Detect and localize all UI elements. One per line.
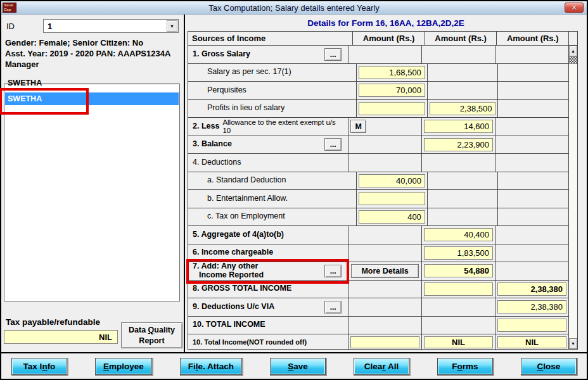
- amount-cell: [495, 118, 568, 136]
- amount-cell: 14,600: [422, 118, 495, 136]
- amount-cell: [495, 226, 568, 244]
- amount-cell: [422, 154, 495, 172]
- file-attach-button[interactable]: File. Attach: [180, 358, 242, 375]
- scroll-down-icon[interactable]: ▼: [569, 338, 577, 349]
- window-title: Tax Computation; Salary details entered …: [1, 3, 587, 13]
- more-options-button[interactable]: ...: [324, 265, 342, 277]
- amount-field[interactable]: 54,880: [424, 264, 493, 277]
- row-label-line1: 10. Total Income(NOT rounded off): [193, 338, 307, 346]
- amount-field[interactable]: [359, 192, 425, 205]
- amount-cell: [498, 100, 568, 118]
- tax-payable-field[interactable]: NIL: [4, 330, 118, 344]
- table-row: 10. TOTAL INCOME: [188, 317, 568, 335]
- table-row: 6. Income chargeable1,83,500: [188, 244, 568, 263]
- manual-allowance-button[interactable]: M: [350, 120, 366, 133]
- row-label-cell: 4. Deductions: [188, 154, 348, 172]
- row-label-cell: 7. Add: Any otherIncome Reported...: [188, 262, 348, 280]
- amount-cell: 1,68,500: [357, 64, 428, 82]
- amount-cell: [428, 64, 499, 82]
- row-label: Profits in lieu of salary: [207, 104, 284, 113]
- close-button[interactable]: ✕: [565, 3, 584, 13]
- amount-field[interactable]: 2,38,380: [497, 300, 566, 314]
- amount-cell: [498, 190, 568, 208]
- amount-cell: [428, 172, 499, 190]
- id-row: ID 1 ▼: [6, 19, 179, 33]
- row-label: 10. TOTAL INCOME: [193, 320, 265, 329]
- amount-field[interactable]: 1,68,500: [359, 66, 425, 79]
- amount-cell: 1,83,500: [422, 244, 495, 262]
- amount-field[interactable]: 2,23,900: [424, 138, 493, 151]
- row-label-cell: 10. Total Income(NOT rounded off): [188, 334, 348, 350]
- amount-field[interactable]: NIL: [497, 336, 566, 348]
- employee-panel: ID 1 ▼ Gender: Female; Senior Citizen: N…: [1, 15, 185, 352]
- id-label: ID: [6, 22, 43, 31]
- dq-label-key: Q: [148, 326, 155, 334]
- title-bar: Saral Cap Tax Computation; Salary detail…: [1, 1, 587, 15]
- employee-listbox[interactable]: SWETHA SWETHA: [4, 84, 180, 301]
- close-icon: ✕: [571, 4, 577, 12]
- more-options-button[interactable]: ...: [324, 138, 342, 151]
- more-options-button[interactable]: ...: [324, 301, 342, 314]
- list-item[interactable]: SWETHA: [8, 79, 42, 87]
- tax-info-button[interactable]: Tax Info: [11, 358, 67, 375]
- gender-line: Gender: Female; Senior Citizen: No: [5, 37, 181, 48]
- row-label-line1: b. Entertainment Allow.: [207, 194, 288, 203]
- amount-cell: [348, 244, 422, 262]
- more-details-button[interactable]: More Details: [351, 264, 419, 278]
- amount-field[interactable]: NIL: [424, 336, 493, 348]
- listbox-top-border: [4, 84, 179, 84]
- amount-field[interactable]: 40,400: [424, 228, 493, 241]
- vertical-scrollbar[interactable]: ▲ ▼: [568, 32, 577, 349]
- tax-payable-label: Tax payable/refundable: [6, 317, 100, 327]
- employee-button[interactable]: Employee: [95, 358, 152, 375]
- row-label-line1: c. Tax on Employment: [207, 212, 285, 221]
- table-row: Perquisites70,000: [188, 82, 568, 100]
- amount-cell: [498, 208, 568, 226]
- amount-field[interactable]: 14,600: [424, 120, 493, 133]
- id-combobox[interactable]: 1 ▼: [43, 19, 179, 33]
- row-label-line1: 7. Add: Any other: [193, 262, 264, 271]
- amount-field[interactable]: 70,000: [359, 84, 425, 97]
- amount-cell: [348, 46, 422, 63]
- amount-field[interactable]: [497, 319, 566, 332]
- scrollbar-spacer: [569, 32, 577, 46]
- row-label-cell: 1. Gross Salary...: [188, 46, 348, 63]
- table-row: 7. Add: Any otherIncome Reported...More …: [188, 262, 568, 281]
- scrollbar-track[interactable]: [569, 64, 577, 338]
- more-options-button[interactable]: ...: [324, 48, 342, 61]
- row-label-line1: 3. Balance: [193, 140, 232, 149]
- list-item-selected[interactable]: SWETHA: [5, 92, 179, 105]
- amount-cell: [495, 262, 568, 280]
- table-header-row: Sources of Income Amount (Rs.) Amount (R…: [188, 32, 568, 46]
- amount-field[interactable]: [350, 336, 419, 348]
- amount-field[interactable]: [359, 102, 425, 115]
- scrollbar-thumb[interactable]: [569, 56, 577, 64]
- row-label-cell: 5. Aggregate of 4(a)to(b): [188, 226, 348, 244]
- amount-field[interactable]: 2,38,380: [497, 282, 566, 296]
- save-button[interactable]: Save: [270, 358, 326, 375]
- clear-all-button[interactable]: Clear All: [354, 358, 409, 375]
- table-body: 1. Gross Salary...Salary as per sec. 17(…: [188, 46, 568, 350]
- header-amount-2: Amount (Rs.): [425, 32, 497, 45]
- chevron-down-icon[interactable]: ▼: [167, 20, 177, 32]
- data-quality-report-button[interactable]: Data Quality Report: [121, 322, 182, 348]
- amount-cell: [498, 82, 568, 99]
- scroll-up-icon[interactable]: ▲: [569, 46, 577, 56]
- amount-cell: 2,23,900: [422, 136, 495, 154]
- close-button-bottom[interactable]: Close: [521, 358, 577, 375]
- id-value: 1: [48, 22, 52, 31]
- button-bar: Tax Info Employee File. Attach Save Clea…: [1, 352, 587, 379]
- header-amount-1: Amount (Rs.): [353, 32, 425, 45]
- asst-year-line: Asst. Year: 2019 - 2020 PAN: AAAPS1234A: [5, 48, 181, 59]
- forms-button[interactable]: Forms: [437, 358, 493, 375]
- amount-field[interactable]: 400: [359, 210, 425, 224]
- amount-field[interactable]: [424, 282, 493, 296]
- amount-field[interactable]: 40,000: [359, 174, 425, 187]
- income-table: Sources of Income Amount (Rs.) Amount (R…: [188, 31, 578, 350]
- row-label-sub: Allowance to the extent exempt u/s 10: [222, 118, 336, 134]
- row-label: a. Standard Deduction: [207, 176, 286, 185]
- dq-label-pre: Data: [129, 326, 148, 334]
- amount-field[interactable]: 1,83,500: [424, 246, 493, 260]
- amount-cell: [348, 334, 422, 350]
- amount-field[interactable]: 2,38,500: [430, 102, 496, 115]
